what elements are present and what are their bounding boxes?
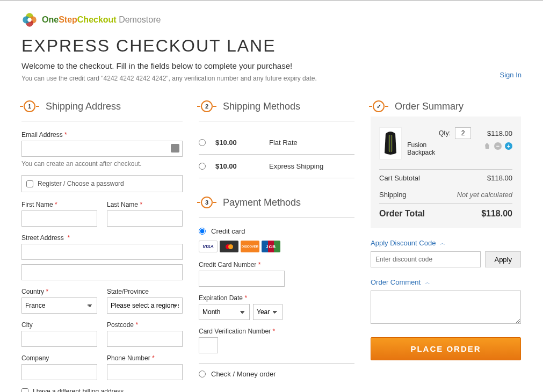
logo-text: OneStepCheckout Demostore [42, 15, 161, 25]
order-summary-box: Fusion Backpack Qty: $118.00 − + [371, 117, 521, 228]
shipping-methods-title: Shipping Methods [223, 101, 300, 112]
page-title: EXPRESS CHECKOUT LANE [21, 36, 522, 56]
apply-button[interactable]: Apply [485, 251, 521, 267]
payment-methods-section: 3 Payment Methods Credit card VISA DISCO… [199, 194, 354, 378]
comment-field[interactable] [371, 291, 521, 324]
state-label: State/Province [107, 288, 183, 295]
state-select[interactable]: Please select a region, state or provinc… [107, 297, 183, 314]
svg-point-4 [27, 18, 32, 22]
item-image [379, 127, 402, 159]
qty-label: Qty: [439, 129, 451, 137]
ship-label-express: Express Shipping [269, 162, 323, 170]
welcome-text: Welcome to the checkout. Fill in the fie… [21, 61, 522, 70]
ship-option-flat[interactable]: $10.00 Flat Rate [199, 131, 354, 155]
order-total-row: Order Total $118.00 [379, 203, 512, 223]
exp-label: Expiration Date * [199, 294, 354, 302]
shipping-address-title: Shipping Address [46, 101, 121, 112]
item-price: $118.00 [487, 129, 512, 137]
shipping-address-section: 1 Shipping Address Email Address * You c… [21, 98, 183, 392]
qty-input[interactable] [455, 127, 471, 139]
street-field-1[interactable] [21, 244, 183, 260]
email-label: Email Address * [21, 131, 183, 139]
payment-option-cc[interactable]: Credit card [199, 227, 354, 235]
summary-badge: ✓ [371, 98, 387, 114]
exp-month-select[interactable]: Month [199, 304, 250, 320]
step-1-badge: 1 [21, 98, 38, 114]
logo-icon [21, 12, 38, 28]
diff-billing-row[interactable]: I have a different billing address [21, 388, 183, 392]
shipping-row: Shipping Not yet calculated [379, 186, 512, 203]
autofill-icon [171, 144, 179, 153]
step-3-badge: 3 [199, 194, 215, 210]
chevron-up-icon: ︿ [440, 239, 445, 247]
signin-link[interactable]: Sign In [500, 71, 522, 79]
visa-icon: VISA [199, 241, 218, 252]
hint-text: You can use the credit card "4242 4242 4… [21, 75, 522, 82]
trash-icon[interactable] [483, 142, 491, 150]
cc-radio[interactable] [199, 228, 206, 235]
ship-price-flat: $10.00 [215, 139, 269, 147]
payment-divider [199, 363, 354, 364]
discover-icon: DISCOVER [241, 241, 259, 252]
diff-billing-checkbox[interactable] [21, 388, 28, 393]
postcode-field[interactable] [107, 331, 183, 347]
cc-label: Credit card [211, 227, 245, 235]
city-field[interactable] [21, 331, 97, 347]
item-name: Fusion Backpack [407, 127, 439, 159]
step-2-badge: 2 [199, 98, 215, 114]
last-name-label: Last Name * [107, 201, 183, 208]
diff-billing-label: I have a different billing address [33, 388, 124, 392]
cart-item: Fusion Backpack Qty: $118.00 − + [379, 127, 512, 159]
ship-radio-express[interactable] [199, 163, 206, 170]
ship-price-express: $10.00 [215, 162, 269, 170]
cc-number-label: Credit Card Number * [199, 261, 354, 268]
register-checkbox[interactable] [26, 180, 33, 187]
discount-toggle[interactable]: Apply Discount Code ︿ [371, 239, 521, 247]
subtotal-row: Cart Subtotal $118.00 [379, 169, 512, 186]
jcb-icon: JCB [262, 241, 280, 252]
register-label: Register / Choose a password [38, 180, 124, 187]
city-label: City [21, 321, 97, 329]
phone-label: Phone Number * [107, 354, 183, 362]
ship-option-express[interactable]: $10.00 Express Shipping [199, 155, 354, 178]
comment-toggle[interactable]: Order Comment ︿ [371, 278, 521, 286]
cvn-label: Card Verification Number * [199, 328, 354, 335]
first-name-field[interactable] [21, 210, 97, 227]
discount-input[interactable] [371, 251, 481, 267]
phone-field[interactable] [107, 364, 183, 380]
plus-icon[interactable]: + [505, 142, 512, 150]
cvn-field[interactable] [199, 337, 218, 353]
shipping-methods-section: 2 Shipping Methods $10.00 Flat Rate $10.… [199, 98, 354, 178]
cc-number-field[interactable] [199, 271, 285, 287]
company-field[interactable] [21, 364, 97, 380]
place-order-button[interactable]: PLACE ORDER [371, 337, 521, 360]
exp-year-select[interactable]: Year [253, 304, 283, 320]
check-label: Check / Money order [211, 370, 276, 378]
email-field[interactable] [21, 141, 183, 157]
payment-title: Payment Methods [223, 197, 301, 208]
chevron-up-icon: ︿ [425, 279, 430, 286]
street-label: Street Address * [21, 234, 183, 242]
register-toggle[interactable]: Register / Choose a password [21, 175, 183, 192]
country-label: Country * [21, 288, 97, 295]
payment-option-check[interactable]: Check / Money order [199, 370, 354, 378]
country-select[interactable]: France [21, 297, 97, 314]
first-name-label: First Name * [21, 201, 97, 208]
summary-title: Order Summary [395, 101, 464, 112]
mastercard-icon [220, 241, 238, 252]
minus-icon[interactable]: − [494, 142, 502, 150]
last-name-field[interactable] [107, 210, 183, 227]
check-radio[interactable] [199, 371, 206, 378]
email-hint: You can create an account after checkout… [21, 160, 183, 168]
postcode-label: Postcode * [107, 321, 183, 329]
street-field-2[interactable] [21, 264, 183, 280]
ship-radio-flat[interactable] [199, 139, 206, 146]
card-logos: VISA DISCOVER JCB [199, 241, 354, 252]
site-header: OneStepCheckout Demostore [21, 12, 522, 28]
ship-label-flat: Flat Rate [269, 139, 298, 147]
company-label: Company [21, 354, 97, 362]
